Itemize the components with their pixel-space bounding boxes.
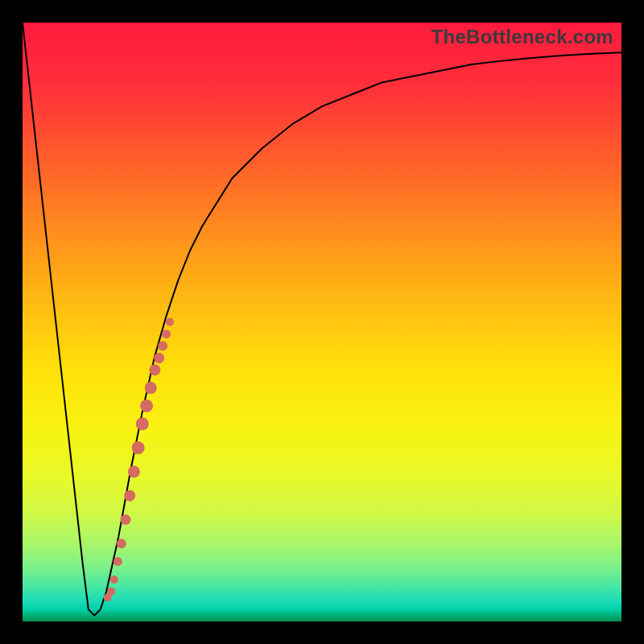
chart-svg	[23, 23, 621, 621]
dot	[107, 588, 115, 596]
dot	[114, 557, 122, 566]
dot	[166, 318, 174, 326]
dot	[162, 329, 171, 338]
chart-frame: TheBottleneck.com	[0, 0, 644, 644]
dot	[120, 514, 130, 525]
dot	[128, 466, 140, 478]
dot	[158, 341, 167, 351]
dot	[110, 576, 118, 584]
dot	[124, 490, 135, 502]
dot	[154, 353, 164, 363]
dot	[136, 417, 149, 430]
dot	[145, 382, 157, 394]
dot	[132, 441, 145, 454]
dot	[117, 539, 126, 548]
plot-area: TheBottleneck.com	[23, 23, 621, 621]
bottleneck-curve	[23, 23, 621, 616]
dot	[140, 399, 153, 412]
dot	[149, 365, 160, 376]
